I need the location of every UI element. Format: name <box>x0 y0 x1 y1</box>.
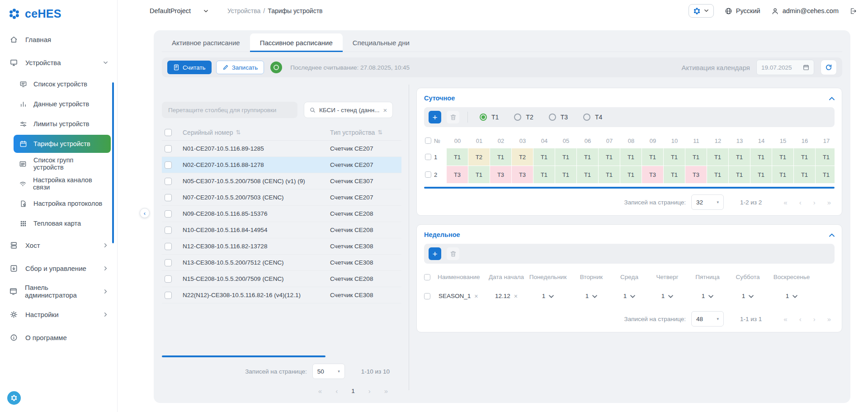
day-tariff-select[interactable]: 1 <box>687 293 728 300</box>
add-row-button[interactable]: + <box>429 111 441 123</box>
sidebar-item-protocols[interactable]: Настройка протоколов <box>14 194 111 213</box>
select-all-checkbox[interactable] <box>425 137 431 144</box>
tariff-cell[interactable]: Т1 <box>772 148 794 166</box>
device-row[interactable]: N09-CE208-10.5.116.85-15376Счетчик CE208 <box>162 206 401 222</box>
row-checkbox[interactable] <box>165 178 172 185</box>
sidebar-item-devices[interactable]: Устройства <box>0 52 117 73</box>
tariff-cell[interactable]: Т2 <box>512 148 533 166</box>
tab-passive-schedule[interactable]: Пассивное расписание <box>250 33 343 52</box>
last-page-button[interactable]: » <box>827 315 831 323</box>
tariff-cell[interactable]: Т1 <box>707 148 729 166</box>
tariff-radio-t1[interactable]: Т1 <box>480 114 499 121</box>
tariff-cell[interactable]: Т1 <box>664 166 685 183</box>
breadcrumb-section[interactable]: Устройства <box>227 7 260 14</box>
status-indicator[interactable] <box>270 62 282 73</box>
tariff-cell[interactable]: Т1 <box>772 166 794 183</box>
row-checkbox[interactable] <box>165 243 172 250</box>
device-row[interactable]: N10-CE208-10.5.116.84-14954Счетчик CE208 <box>162 222 401 238</box>
sidebar-item-settings[interactable]: Настройки <box>0 304 117 325</box>
sidebar-item-device-limits[interactable]: Лимиты устройств <box>14 115 111 133</box>
column-serial[interactable]: Серийный номер ⇅ <box>183 129 330 136</box>
row-checkbox[interactable] <box>165 210 172 218</box>
floating-logo-button[interactable] <box>7 391 21 405</box>
sidebar-collapse-button[interactable]: ‹ <box>140 208 150 218</box>
write-button[interactable]: Записать <box>216 61 264 74</box>
tariff-cell[interactable]: Т1 <box>577 166 599 183</box>
tariff-cell[interactable]: Т3 <box>490 166 512 183</box>
sidebar-item-host[interactable]: Хост <box>0 235 117 256</box>
tariff-cell[interactable]: Т1 <box>729 166 750 183</box>
device-row[interactable]: N22(N12)-CE308-10.5.116.82-16 (v4)(12.1)… <box>162 287 401 303</box>
season-name-input[interactable]: SEASON_1 <box>439 293 471 300</box>
tariff-cell[interactable]: Т1 <box>794 166 816 183</box>
tariff-cell[interactable]: Т1 <box>620 166 642 183</box>
delete-row-button[interactable] <box>447 247 459 260</box>
logout-button[interactable] <box>849 7 857 15</box>
row-checkbox[interactable] <box>424 293 430 299</box>
tariff-radio-t4[interactable]: Т4 <box>583 114 602 121</box>
sidebar-item-channels[interactable]: Настройка каналов связи <box>14 175 111 193</box>
tariff-cell[interactable]: Т1 <box>490 148 512 166</box>
column-type[interactable]: Тип устройства ⇅ <box>330 129 401 136</box>
filter-chip[interactable]: КБСИ - стенд (данн... × <box>304 102 393 118</box>
row-checkbox[interactable] <box>165 275 172 283</box>
tariff-cell[interactable]: Т1 <box>707 166 729 183</box>
sidebar-item-collection[interactable]: Сбор и управление <box>0 258 117 279</box>
chip-close-icon[interactable]: × <box>383 106 387 114</box>
horizontal-scrollbar[interactable] <box>162 355 326 357</box>
tariff-cell[interactable]: Т1 <box>816 166 835 183</box>
first-page-button[interactable]: « <box>783 199 787 206</box>
tariff-cell[interactable]: Т1 <box>685 148 707 166</box>
last-page-button[interactable]: » <box>384 387 388 395</box>
refresh-button[interactable] <box>821 60 837 75</box>
prev-page-button[interactable]: ‹ <box>799 315 802 323</box>
first-page-button[interactable]: « <box>783 315 787 323</box>
current-page[interactable]: 1 <box>351 388 355 394</box>
row-checkbox[interactable] <box>165 161 172 169</box>
day-tariff-select[interactable]: 1 <box>728 293 768 300</box>
first-page-button[interactable]: « <box>318 387 322 395</box>
next-page-button[interactable]: › <box>813 199 816 206</box>
row-checkbox[interactable] <box>165 145 172 152</box>
prev-page-button[interactable]: ‹ <box>335 387 338 395</box>
tariff-cell[interactable]: Т1 <box>816 148 835 166</box>
project-selector[interactable]: DefaultProject <box>150 7 208 14</box>
tariff-cell[interactable]: Т1 <box>642 148 664 166</box>
page-size-select[interactable]: 48▾ <box>691 311 724 327</box>
tab-active-schedule[interactable]: Активное расписание <box>162 33 250 52</box>
device-row[interactable]: N01-CE207-10.5.116.89-1285Счетчик CE207 <box>162 141 401 157</box>
device-row[interactable]: N05-CE307-10.5.5.200/7508 (CENC) (v1) (9… <box>162 173 401 189</box>
select-all-checkbox[interactable] <box>424 274 430 280</box>
tariff-cell[interactable]: Т1 <box>447 148 468 166</box>
prev-page-button[interactable]: ‹ <box>799 199 802 206</box>
collapse-panel-button[interactable] <box>829 231 835 238</box>
tariff-cell[interactable]: Т3 <box>447 166 468 183</box>
clear-icon[interactable]: × <box>514 293 518 300</box>
activation-date-input[interactable]: 19.07.2025 <box>756 60 814 75</box>
tariff-radio-t2[interactable]: Т2 <box>514 114 533 121</box>
group-by-dropzone[interactable]: Перетащите столбец для группировки <box>162 102 297 118</box>
app-switcher[interactable] <box>689 4 714 18</box>
tariff-cell[interactable]: Т2 <box>468 148 490 166</box>
horizontal-scrollbar[interactable] <box>424 187 835 189</box>
read-button[interactable]: Считать <box>167 61 212 74</box>
last-page-button[interactable]: » <box>827 199 831 206</box>
day-tariff-select[interactable]: 1 <box>647 293 687 300</box>
sidebar-item-device-list[interactable]: Список устройств <box>14 75 111 93</box>
delete-row-button[interactable] <box>447 111 459 123</box>
sidebar-item-home[interactable]: Главная <box>0 29 117 50</box>
tariff-cell[interactable]: Т1 <box>750 148 772 166</box>
tariff-cell[interactable]: Т1 <box>533 148 555 166</box>
tariff-cell[interactable]: Т1 <box>599 148 620 166</box>
tariff-cell[interactable]: Т1 <box>729 148 750 166</box>
device-row[interactable]: N15-CE208-10.5.5.200/7509 (CENC)Счетчик … <box>162 271 401 287</box>
tariff-cell[interactable]: Т3 <box>642 166 664 183</box>
select-all-checkbox[interactable] <box>165 129 172 136</box>
device-row[interactable]: N13-CE308-10.5.5.200/7512 (CENC)Счетчик … <box>162 255 401 271</box>
day-tariff-select[interactable]: 1 <box>768 293 816 300</box>
calendar-icon[interactable] <box>803 64 809 71</box>
collapse-panel-button[interactable] <box>829 95 835 102</box>
next-page-button[interactable]: › <box>813 315 816 323</box>
weekly-row[interactable]: SEASON_1×12.12×1111111 <box>424 287 835 305</box>
sort-icon[interactable]: ⇅ <box>377 129 382 136</box>
